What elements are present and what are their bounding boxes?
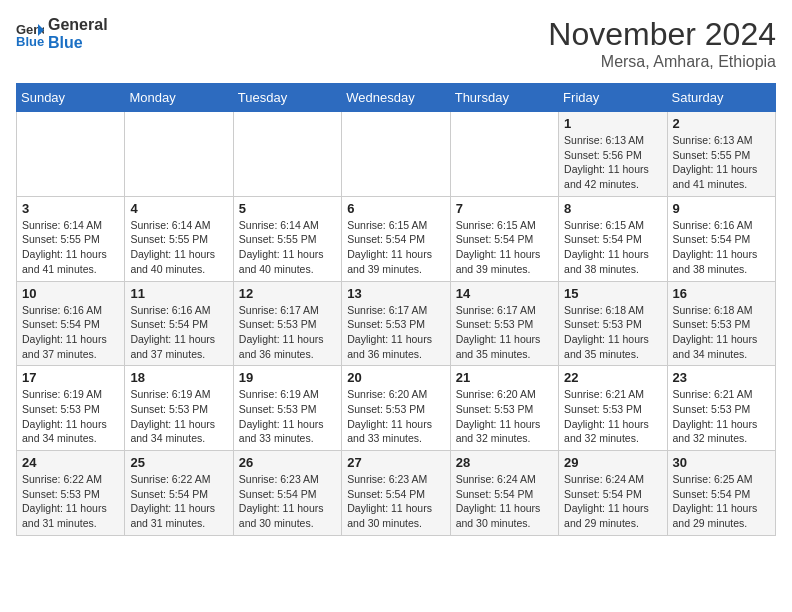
calendar-cell: 7Sunrise: 6:15 AM Sunset: 5:54 PM Daylig… [450,196,558,281]
day-number: 22 [564,370,661,385]
day-number: 23 [673,370,770,385]
calendar-cell: 12Sunrise: 6:17 AM Sunset: 5:53 PM Dayli… [233,281,341,366]
page-header: General Blue General Blue November 2024 … [16,16,776,71]
title-block: November 2024 Mersa, Amhara, Ethiopia [548,16,776,71]
calendar-cell [450,112,558,197]
day-info: Sunrise: 6:22 AM Sunset: 5:53 PM Dayligh… [22,472,119,531]
calendar-cell: 26Sunrise: 6:23 AM Sunset: 5:54 PM Dayli… [233,451,341,536]
day-number: 1 [564,116,661,131]
header-row: SundayMondayTuesdayWednesdayThursdayFrid… [17,84,776,112]
calendar-cell: 25Sunrise: 6:22 AM Sunset: 5:54 PM Dayli… [125,451,233,536]
calendar-cell: 30Sunrise: 6:25 AM Sunset: 5:54 PM Dayli… [667,451,775,536]
day-number: 19 [239,370,336,385]
logo-icon: General Blue [16,20,44,48]
calendar-cell [125,112,233,197]
day-number: 10 [22,286,119,301]
header-day: Monday [125,84,233,112]
day-info: Sunrise: 6:23 AM Sunset: 5:54 PM Dayligh… [347,472,444,531]
day-number: 2 [673,116,770,131]
day-info: Sunrise: 6:17 AM Sunset: 5:53 PM Dayligh… [347,303,444,362]
day-info: Sunrise: 6:20 AM Sunset: 5:53 PM Dayligh… [456,387,553,446]
calendar-body: 1Sunrise: 6:13 AM Sunset: 5:56 PM Daylig… [17,112,776,536]
day-info: Sunrise: 6:16 AM Sunset: 5:54 PM Dayligh… [130,303,227,362]
calendar-cell: 5Sunrise: 6:14 AM Sunset: 5:55 PM Daylig… [233,196,341,281]
day-number: 14 [456,286,553,301]
header-day: Friday [559,84,667,112]
day-number: 27 [347,455,444,470]
calendar-week-row: 1Sunrise: 6:13 AM Sunset: 5:56 PM Daylig… [17,112,776,197]
day-info: Sunrise: 6:24 AM Sunset: 5:54 PM Dayligh… [564,472,661,531]
day-info: Sunrise: 6:15 AM Sunset: 5:54 PM Dayligh… [564,218,661,277]
calendar-cell [342,112,450,197]
day-number: 5 [239,201,336,216]
day-info: Sunrise: 6:21 AM Sunset: 5:53 PM Dayligh… [673,387,770,446]
day-number: 11 [130,286,227,301]
day-info: Sunrise: 6:19 AM Sunset: 5:53 PM Dayligh… [22,387,119,446]
calendar-cell: 24Sunrise: 6:22 AM Sunset: 5:53 PM Dayli… [17,451,125,536]
day-number: 26 [239,455,336,470]
logo-text-general: General [48,16,108,34]
calendar-cell [17,112,125,197]
calendar-cell: 22Sunrise: 6:21 AM Sunset: 5:53 PM Dayli… [559,366,667,451]
calendar-cell: 2Sunrise: 6:13 AM Sunset: 5:55 PM Daylig… [667,112,775,197]
day-number: 13 [347,286,444,301]
month-title: November 2024 [548,16,776,53]
day-info: Sunrise: 6:24 AM Sunset: 5:54 PM Dayligh… [456,472,553,531]
day-number: 21 [456,370,553,385]
location: Mersa, Amhara, Ethiopia [548,53,776,71]
day-info: Sunrise: 6:14 AM Sunset: 5:55 PM Dayligh… [22,218,119,277]
day-number: 25 [130,455,227,470]
day-info: Sunrise: 6:18 AM Sunset: 5:53 PM Dayligh… [673,303,770,362]
calendar-cell: 21Sunrise: 6:20 AM Sunset: 5:53 PM Dayli… [450,366,558,451]
day-number: 7 [456,201,553,216]
header-day: Tuesday [233,84,341,112]
day-number: 9 [673,201,770,216]
day-number: 28 [456,455,553,470]
day-number: 6 [347,201,444,216]
day-info: Sunrise: 6:23 AM Sunset: 5:54 PM Dayligh… [239,472,336,531]
day-number: 24 [22,455,119,470]
day-info: Sunrise: 6:19 AM Sunset: 5:53 PM Dayligh… [239,387,336,446]
calendar-cell: 4Sunrise: 6:14 AM Sunset: 5:55 PM Daylig… [125,196,233,281]
day-info: Sunrise: 6:14 AM Sunset: 5:55 PM Dayligh… [130,218,227,277]
day-number: 3 [22,201,119,216]
day-info: Sunrise: 6:16 AM Sunset: 5:54 PM Dayligh… [22,303,119,362]
calendar-cell: 19Sunrise: 6:19 AM Sunset: 5:53 PM Dayli… [233,366,341,451]
calendar-week-row: 17Sunrise: 6:19 AM Sunset: 5:53 PM Dayli… [17,366,776,451]
day-info: Sunrise: 6:17 AM Sunset: 5:53 PM Dayligh… [456,303,553,362]
logo: General Blue General Blue [16,16,108,51]
logo-text-blue: Blue [48,34,108,52]
day-number: 17 [22,370,119,385]
day-info: Sunrise: 6:18 AM Sunset: 5:53 PM Dayligh… [564,303,661,362]
calendar-cell: 1Sunrise: 6:13 AM Sunset: 5:56 PM Daylig… [559,112,667,197]
calendar-cell: 18Sunrise: 6:19 AM Sunset: 5:53 PM Dayli… [125,366,233,451]
day-info: Sunrise: 6:25 AM Sunset: 5:54 PM Dayligh… [673,472,770,531]
header-day: Sunday [17,84,125,112]
calendar-cell: 29Sunrise: 6:24 AM Sunset: 5:54 PM Dayli… [559,451,667,536]
calendar-cell: 27Sunrise: 6:23 AM Sunset: 5:54 PM Dayli… [342,451,450,536]
calendar-cell: 23Sunrise: 6:21 AM Sunset: 5:53 PM Dayli… [667,366,775,451]
day-info: Sunrise: 6:21 AM Sunset: 5:53 PM Dayligh… [564,387,661,446]
calendar-week-row: 24Sunrise: 6:22 AM Sunset: 5:53 PM Dayli… [17,451,776,536]
day-info: Sunrise: 6:19 AM Sunset: 5:53 PM Dayligh… [130,387,227,446]
day-info: Sunrise: 6:17 AM Sunset: 5:53 PM Dayligh… [239,303,336,362]
day-info: Sunrise: 6:13 AM Sunset: 5:56 PM Dayligh… [564,133,661,192]
header-day: Wednesday [342,84,450,112]
calendar-cell: 8Sunrise: 6:15 AM Sunset: 5:54 PM Daylig… [559,196,667,281]
calendar-cell [233,112,341,197]
day-number: 8 [564,201,661,216]
day-number: 18 [130,370,227,385]
calendar-cell: 13Sunrise: 6:17 AM Sunset: 5:53 PM Dayli… [342,281,450,366]
calendar-cell: 6Sunrise: 6:15 AM Sunset: 5:54 PM Daylig… [342,196,450,281]
day-info: Sunrise: 6:22 AM Sunset: 5:54 PM Dayligh… [130,472,227,531]
day-info: Sunrise: 6:13 AM Sunset: 5:55 PM Dayligh… [673,133,770,192]
day-number: 29 [564,455,661,470]
calendar-header: SundayMondayTuesdayWednesdayThursdayFrid… [17,84,776,112]
day-number: 4 [130,201,227,216]
svg-text:Blue: Blue [16,34,44,48]
header-day: Saturday [667,84,775,112]
calendar-cell: 9Sunrise: 6:16 AM Sunset: 5:54 PM Daylig… [667,196,775,281]
day-number: 30 [673,455,770,470]
calendar-cell: 20Sunrise: 6:20 AM Sunset: 5:53 PM Dayli… [342,366,450,451]
day-number: 12 [239,286,336,301]
